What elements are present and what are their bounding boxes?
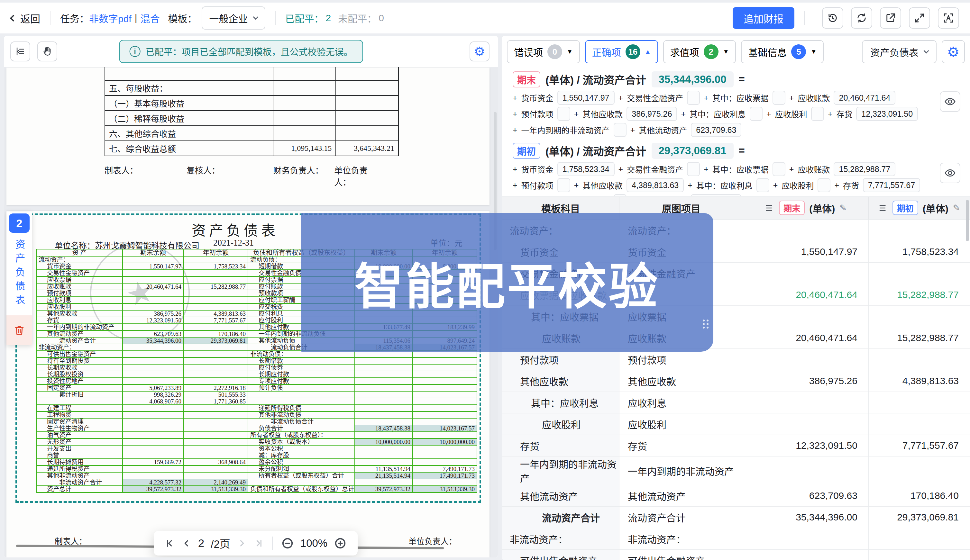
filter-tab[interactable]: 错误项 0 ▼: [507, 40, 580, 63]
item-value-box[interactable]: [558, 178, 570, 192]
begin-value-cell[interactable]: 29,373,069.81: [869, 506, 970, 528]
locate-on-document-button[interactable]: [940, 91, 960, 112]
item-value-box[interactable]: [773, 91, 785, 105]
export-button[interactable]: [880, 7, 901, 28]
begin-value-cell[interactable]: [869, 305, 970, 327]
item-value-box[interactable]: 1,550,147.97: [558, 91, 614, 105]
item-value-box[interactable]: [756, 178, 769, 192]
item-value-box[interactable]: 7,771,557.67: [863, 178, 920, 192]
item-value-box[interactable]: [773, 162, 785, 176]
fullscreen-button[interactable]: [909, 7, 930, 28]
item-value-box[interactable]: [687, 162, 700, 176]
table-row[interactable]: 流动资产合计 流动资产合计 35,344,396.00 29,373,069.8…: [502, 506, 970, 528]
formula-settings-button[interactable]: ⚙: [942, 40, 965, 63]
zoom-out-button[interactable]: [281, 537, 294, 550]
end-value-cell[interactable]: [743, 262, 869, 284]
add-report-button[interactable]: 追加财报: [733, 7, 795, 29]
table-row[interactable]: 其他应收款 其他应收款 386,975.26 4,389,813.63: [502, 370, 970, 392]
first-page-button[interactable]: [165, 538, 175, 548]
end-value-cell[interactable]: [743, 549, 869, 560]
end-value-cell[interactable]: 12,323,091.50: [743, 435, 869, 456]
filter-tab[interactable]: 基础信息 5 ▼: [741, 40, 824, 63]
list-icon[interactable]: [765, 203, 775, 213]
begin-value-cell[interactable]: [869, 348, 970, 370]
item-value-box[interactable]: 20,460,471.64: [834, 91, 895, 105]
task-mode-link[interactable]: 混合: [140, 11, 160, 25]
back-button[interactable]: 返回: [11, 11, 40, 25]
begin-value-cell[interactable]: [869, 392, 970, 413]
table-row[interactable]: 非流动资产： 非流动资产：: [502, 528, 970, 549]
begin-value-cell[interactable]: 7,771,557.67: [869, 435, 970, 456]
table-row[interactable]: 存货 存货 12,323,091.50 7,771,557.67: [502, 435, 970, 456]
item-value-box[interactable]: 12,323,091.50: [856, 107, 918, 121]
hand-tool-button[interactable]: [37, 42, 57, 62]
formula-total-value[interactable]: 29,373,069.81: [651, 143, 734, 159]
list-icon[interactable]: [878, 203, 888, 213]
table-row[interactable]: 可供出售金融资产 可供出售金融资产: [502, 549, 970, 560]
item-value-box[interactable]: [818, 178, 830, 192]
end-value-cell[interactable]: [743, 348, 869, 370]
edit-pencil-icon[interactable]: ✎: [953, 203, 960, 213]
table-row[interactable]: 预付款项 预付款项: [502, 348, 970, 370]
edit-pencil-icon[interactable]: ✎: [840, 203, 847, 213]
locate-on-document-button[interactable]: [940, 163, 960, 183]
last-page-button[interactable]: [254, 538, 264, 548]
current-page[interactable]: 2: [198, 537, 204, 550]
item-value-box[interactable]: 15,282,988.77: [834, 162, 895, 176]
template-select[interactable]: 一般企业: [202, 7, 265, 30]
item-value-box[interactable]: 4,389,813.63: [626, 178, 684, 192]
prev-page-button[interactable]: [181, 538, 192, 548]
overlay-drag-handle[interactable]: [703, 320, 709, 328]
formula-total-value[interactable]: 35,344,396.00: [651, 72, 734, 87]
end-value-cell[interactable]: [743, 392, 869, 413]
end-value-cell[interactable]: [743, 413, 869, 435]
delete-page-button[interactable]: [7, 315, 32, 345]
begin-value-cell[interactable]: [869, 528, 970, 549]
table-row[interactable]: 应收股利 应收股利: [502, 413, 970, 435]
begin-value-cell[interactable]: [869, 413, 970, 435]
item-value-box[interactable]: 623,709.63: [691, 123, 741, 137]
begin-value-cell[interactable]: [869, 456, 970, 485]
end-value-cell[interactable]: 20,460,471.64: [743, 284, 869, 305]
item-value-box[interactable]: 1,758,523.34: [558, 162, 614, 176]
item-value-box[interactable]: [687, 91, 700, 105]
history-button[interactable]: [822, 7, 843, 28]
table-row[interactable]: 其他流动资产 其他流动资产 623,709.63 170,186.40: [502, 485, 970, 506]
begin-value-cell[interactable]: 15,282,988.77: [869, 327, 970, 348]
begin-value-cell[interactable]: [869, 219, 970, 241]
filter-tab[interactable]: 求值项 2 ▼: [663, 40, 736, 63]
zoom-in-button[interactable]: [334, 537, 347, 550]
begin-value-cell[interactable]: [869, 262, 970, 284]
end-value-cell[interactable]: 1,550,147.97: [743, 241, 869, 262]
table-row[interactable]: 其中：应收利息 应收利息: [502, 392, 970, 413]
end-value-cell[interactable]: [743, 528, 869, 549]
begin-value-cell[interactable]: [869, 549, 970, 560]
next-page-button[interactable]: [237, 538, 247, 548]
item-value-box[interactable]: [811, 107, 824, 121]
filter-tab[interactable]: 正确项 16 ▲: [585, 40, 658, 63]
end-value-cell[interactable]: [743, 219, 869, 241]
begin-value-cell[interactable]: 4,389,813.63: [869, 370, 970, 392]
end-value-cell[interactable]: [743, 305, 869, 327]
task-type-link[interactable]: 非数字pdf: [89, 11, 132, 25]
recognition-settings-button[interactable]: ⚙: [469, 42, 489, 62]
end-value-cell[interactable]: [743, 456, 869, 485]
end-value-cell[interactable]: 386,975.26: [743, 370, 869, 392]
refresh-button[interactable]: [851, 7, 872, 28]
item-value-box[interactable]: 386,975.26: [626, 107, 677, 121]
panel-scrollbar[interactable]: [966, 200, 969, 241]
item-value-box[interactable]: [614, 123, 626, 137]
begin-value-cell[interactable]: 170,186.40: [869, 485, 970, 506]
item-value-box[interactable]: [750, 107, 763, 121]
table-row[interactable]: 一年内到期的非流动资产 一年内到期的非流动资产: [502, 456, 970, 485]
page-tab[interactable]: 2 资产负债表: [7, 212, 32, 345]
end-value-cell[interactable]: 623,709.63: [743, 485, 869, 506]
end-value-cell[interactable]: 20,460,471.64: [743, 327, 869, 348]
item-value-box[interactable]: [558, 107, 570, 121]
outline-tool-button[interactable]: [10, 42, 30, 62]
end-value-cell[interactable]: 35,344,396.00: [743, 506, 869, 528]
sheet-select[interactable]: 资产负债表: [862, 40, 937, 63]
begin-value-cell[interactable]: 1,758,523.34: [869, 241, 970, 262]
text-recognition-button[interactable]: [938, 7, 959, 28]
begin-value-cell[interactable]: 15,282,988.77: [869, 284, 970, 305]
